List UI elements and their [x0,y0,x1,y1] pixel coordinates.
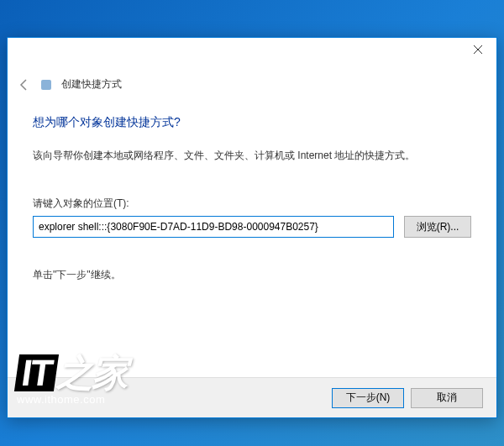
back-arrow-icon [18,78,31,92]
titlebar: 创建快捷方式 [8,38,496,98]
browse-button[interactable]: 浏览(R)... [404,216,471,238]
close-button[interactable] [459,38,496,61]
watermark-prefix: IT [14,354,59,391]
dialog-content: 想为哪个对象创建快捷方式? 该向导帮你创建本地或网络程序、文件、文件夹、计算机或… [8,98,496,377]
title-row: 创建快捷方式 [18,77,122,92]
heading: 想为哪个对象创建快捷方式? [33,115,471,130]
close-icon [474,45,482,54]
location-label: 请键入对象的位置(T): [33,197,471,211]
location-input[interactable] [33,216,394,238]
dialog-title: 创建快捷方式 [61,77,122,92]
shortcut-icon [41,80,51,90]
input-row: 浏览(R)... [33,216,471,238]
watermark-url: www.ithome.com [17,393,127,406]
back-button[interactable] [18,78,31,92]
next-button[interactable]: 下一步(N) [332,388,404,408]
description: 该向导帮你创建本地或网络程序、文件、文件夹、计算机或 Internet 地址的快… [33,149,471,163]
watermark-suffix: 之家 [56,352,127,393]
cancel-button[interactable]: 取消 [411,388,483,408]
watermark-logo: IT之家 [17,354,127,391]
watermark: IT之家 www.ithome.com [17,354,127,406]
instruction: 单击"下一步"继续。 [33,268,471,282]
